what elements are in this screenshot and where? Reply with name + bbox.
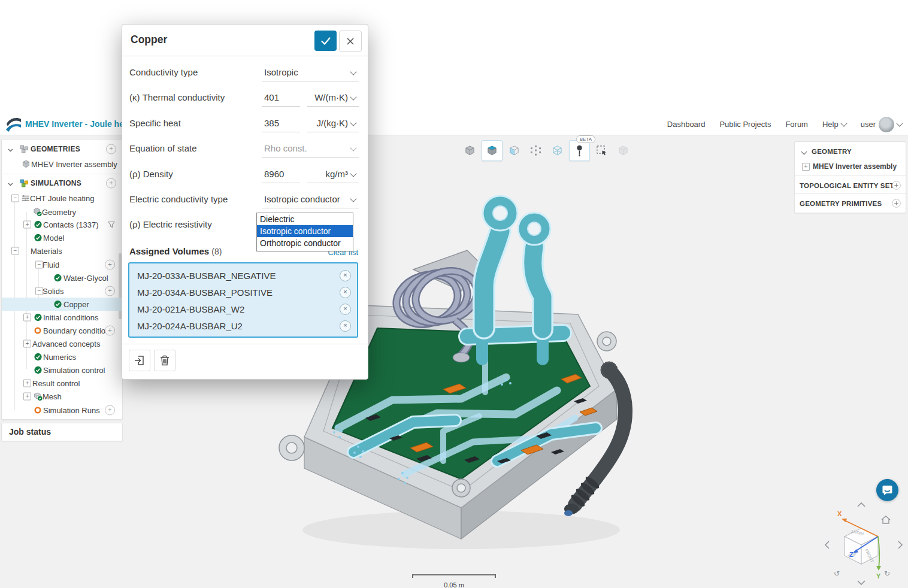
dropdown-option-isotropic-conductor[interactable]: Isotropic conductor [257, 225, 353, 237]
tree-item-result-control[interactable]: +Result control [2, 377, 122, 390]
volume-name: MJ-20-024A-BUSBAR_U2 [137, 321, 243, 331]
chevron-down-icon[interactable] [8, 144, 13, 154]
tree-item-label: Result control [32, 379, 80, 388]
remove-volume-button[interactable]: × [340, 304, 351, 315]
tree-expander-plus[interactable]: + [23, 380, 31, 387]
view-cube[interactable]: RIGHTFRONTTOPXZY↺↻ [823, 502, 904, 588]
panel-item-geometry-primitives[interactable]: GEOMETRY PRIMITIVES [795, 197, 906, 210]
tree-item-advanced-concepts[interactable]: +Advanced concepts [2, 337, 122, 350]
tree-item-simulation-runs[interactable]: Simulation Runs+ [2, 404, 122, 417]
toolbar-box-select-button[interactable] [592, 141, 612, 160]
tree-expander-plus[interactable]: + [23, 393, 31, 401]
remove-volume-button[interactable]: × [340, 270, 351, 281]
tree-item-materials[interactable]: −Materials [2, 244, 122, 257]
confirm-button[interactable] [314, 31, 337, 51]
tree-expander-plus[interactable]: + [23, 221, 31, 229]
tree-item-boundary-conditions[interactable]: Boundary conditions+ [2, 324, 122, 337]
add-button[interactable]: + [105, 405, 115, 416]
input-density[interactable]: 8960 [262, 165, 300, 183]
dialog-row-thermal-conductivity: (κ) Thermal conductivity401W/(m·K) [129, 86, 361, 111]
tree-item-copper[interactable]: Copper [2, 298, 122, 311]
select-conductivity-type[interactable]: Isotropic [262, 63, 359, 81]
tree-item-water-glycol[interactable]: Water-Glycol [2, 271, 122, 284]
add-button[interactable] [892, 199, 901, 208]
add-button[interactable]: + [105, 326, 115, 336]
tree-item-fluid[interactable]: −Fluid+ [2, 258, 122, 271]
close-button[interactable] [339, 31, 362, 52]
toolbar-probe-point-button[interactable]: BETA [569, 140, 590, 161]
toolbar-select-volume-button[interactable] [482, 140, 503, 161]
filter-icon[interactable] [108, 221, 115, 228]
panel-item-mhev-inverter-assembly[interactable]: +MHEV Inverter assembly [795, 160, 906, 173]
select-equation-of-state[interactable]: Rho const. [262, 139, 359, 157]
assign-selection-button[interactable] [129, 350, 150, 371]
add-button[interactable]: + [106, 144, 116, 154]
tree-item-label: Geometry [42, 208, 76, 217]
geometry-panel: GEOMETRY+MHEV Inverter assemblyTOPOLOGIC… [794, 141, 906, 213]
tree-item-mesh[interactable]: +Mesh [2, 390, 122, 403]
tree-expander-plus[interactable]: + [23, 314, 31, 322]
select-electric-conductivity-type[interactable]: Isotropic conductor [262, 190, 359, 208]
assigned-volume-row: MJ-20-034A-BUSBAR_POSITIVE× [129, 284, 357, 301]
nav-dashboard[interactable]: Dashboard [667, 120, 706, 129]
volume-name: MJ-20-033A-BUSBAR_NEGATIVE [137, 271, 276, 281]
nav-label: Forum [785, 120, 808, 129]
toolbar-select-vertex-button[interactable] [526, 141, 546, 160]
rotate-right-arrow [898, 541, 902, 548]
input-specific-heat[interactable]: 385 [262, 114, 300, 132]
tree-expander-plus[interactable]: + [23, 340, 31, 348]
add-button[interactable]: + [106, 178, 116, 189]
add-button[interactable]: + [105, 260, 115, 270]
tree-expander-minus[interactable]: − [11, 195, 19, 202]
user-menu[interactable]: user [861, 117, 902, 132]
chevron-down-icon[interactable] [801, 149, 807, 155]
tree-item-simulation-control[interactable]: Simulation control [2, 363, 122, 377]
nav-help[interactable]: Help [822, 120, 846, 129]
trash-icon [160, 355, 170, 366]
dialog-header: Copper [122, 25, 368, 56]
check-icon [34, 314, 42, 322]
job-status-panel[interactable]: Job status [1, 423, 123, 441]
toolbar-view-wireframe-button[interactable] [547, 141, 567, 160]
toolbar-select-face-button[interactable] [504, 141, 524, 160]
remove-volume-button[interactable]: × [340, 287, 351, 298]
chevron-down-icon[interactable] [8, 178, 13, 189]
tree-item-solids[interactable]: −Solids+ [2, 284, 122, 298]
tree-item-geometries[interactable]: GEOMETRIES+ [2, 143, 122, 156]
input-thermal-conductivity[interactable]: 401 [262, 88, 300, 107]
toolbar-isolate-button[interactable] [613, 141, 633, 160]
remove-volume-button[interactable]: × [340, 320, 351, 332]
dropdown-option-dielectric[interactable]: Dielectric [257, 213, 353, 225]
add-button[interactable]: + [105, 286, 115, 296]
nav-forum[interactable]: Forum [785, 120, 808, 129]
tree-item-model[interactable]: Model [2, 231, 122, 244]
tree-item-geometry[interactable]: Geometry [2, 205, 122, 219]
user-label: user [861, 120, 876, 129]
nav-label: Dashboard [667, 120, 706, 129]
toolbar-view-solid-button[interactable] [460, 141, 480, 160]
tree-item-mhev-inverter-assembly[interactable]: MHEV Inverter assembly [2, 157, 122, 171]
select-vertex-icon [530, 145, 541, 156]
tree-item-label: Solids [43, 287, 63, 296]
tree-item-numerics[interactable]: Numerics [2, 350, 122, 363]
tree-item-contacts-1337[interactable]: +Contacts (1337) [2, 218, 122, 231]
add-button[interactable] [892, 181, 901, 190]
panel-item-topological-entity-sets[interactable]: TOPOLOGICAL ENTITY SETS [795, 179, 906, 192]
unit-select-specific-heat[interactable]: J/(kg·K) [307, 114, 359, 132]
nav-public-projects[interactable]: Public Projects [719, 120, 771, 129]
tree-item-label: Model [43, 234, 64, 243]
dropdown-option-orthotropic-conductor[interactable]: Orthotropic conductor [257, 237, 353, 249]
tree-item-label: Mesh [43, 392, 62, 401]
panel-item-geometry[interactable]: GEOMETRY [795, 146, 906, 159]
delete-button[interactable] [154, 350, 175, 371]
simulation-tree-panel: GEOMETRIES+MHEV Inverter assemblySIMULAT… [1, 139, 123, 420]
chat-button[interactable] [876, 479, 898, 501]
tree-item-cht-joule-heating[interactable]: −CHT Joule heating [2, 192, 122, 205]
tree-item-simulations[interactable]: SIMULATIONS+ [2, 177, 122, 190]
unit-select-density[interactable]: kg/m³ [307, 165, 359, 183]
unit-select-thermal-conductivity[interactable]: W/(m·K) [307, 88, 359, 107]
tree-expander-minus[interactable]: − [11, 247, 19, 255]
svg-text:Y: Y [876, 572, 881, 580]
tree-expander-plus[interactable]: + [802, 163, 810, 171]
tree-item-initial-conditions[interactable]: +Initial conditions [2, 311, 122, 324]
